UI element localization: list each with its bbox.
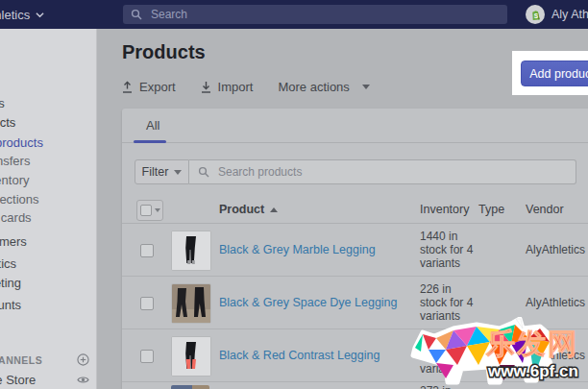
export-label: Export [139, 80, 176, 94]
sidebar-item-orders[interactable]: Orders [0, 94, 97, 113]
shopify-bag-icon: S [529, 9, 542, 21]
store-name: AlyAthletics [0, 8, 30, 22]
more-actions-button[interactable]: More actions [278, 80, 369, 94]
row-checkbox[interactable] [140, 244, 154, 257]
import-button[interactable]: Import [201, 80, 254, 94]
inventory-cell: 1440 in stock for 4 variants [420, 230, 476, 270]
sidebar-item-apps[interactable]: Apps [0, 314, 97, 333]
table-row[interactable]: Black & Grey Marble Legging 1440 in stoc… [122, 224, 588, 277]
sort-asc-icon [270, 207, 278, 212]
caret-down-icon [155, 208, 160, 212]
product-link[interactable]: Black & Grey Marble Legging [219, 243, 376, 256]
caret-down-icon [174, 170, 182, 175]
select-all-dropdown[interactable] [136, 200, 163, 221]
product-link[interactable]: Black & Grey Space Dye Legging [219, 296, 398, 309]
tab-strip: All [122, 109, 588, 143]
inventory-cell: 273 in [420, 384, 452, 389]
user-menu[interactable]: Aly Athletics [551, 0, 588, 29]
product-thumbnail [171, 231, 211, 271]
page-title: Products [122, 41, 206, 63]
sidebar-item-all-products[interactable]: All products [0, 134, 97, 153]
vendor-cell: AlyAthletics [526, 296, 585, 309]
product-search-input[interactable] [216, 164, 547, 180]
table-row[interactable]: 273 in [122, 382, 588, 389]
avatar[interactable]: S [526, 5, 545, 24]
shopify-admin: AlyAthletics S Aly Athletics Home [0, 0, 588, 389]
tab-all[interactable]: All [146, 118, 159, 133]
table-row[interactable]: Black & Grey Space Dye Legging 226 in st… [122, 277, 588, 329]
export-icon [122, 81, 133, 93]
import-label: Import [218, 80, 254, 94]
sidebar-item-transfers[interactable]: Transfers [0, 152, 97, 171]
export-button[interactable]: Export [122, 80, 176, 94]
vendor-cell: AlyAthletics [526, 243, 585, 256]
sidebar-item-inventory[interactable]: Inventory [0, 171, 97, 190]
product-thumbnail [171, 336, 211, 377]
svg-text:S: S [533, 12, 538, 18]
global-search-input[interactable] [149, 7, 470, 22]
top-bar: AlyAthletics S Aly Athletics [0, 0, 588, 29]
search-icon [131, 9, 142, 20]
add-channel-icon[interactable] [77, 353, 89, 366]
caret-down-icon [362, 85, 370, 89]
page-actions: Export Import More actions [122, 79, 395, 94]
row-checkbox[interactable] [140, 350, 154, 363]
filter-row: Filter [135, 159, 576, 184]
sidebar-item-discounts[interactable]: Discounts [0, 296, 97, 315]
search-icon [198, 166, 209, 178]
inventory-cell: 1396 in stock for 4 variants [420, 335, 476, 376]
sidebar-item-home[interactable]: Home [0, 74, 97, 93]
table-header: Product Inventory Type Vendor [122, 197, 588, 224]
sidebar-item-gift-cards[interactable]: Gift cards [0, 208, 97, 228]
column-header-product[interactable]: Product [219, 203, 278, 216]
sidebar-item-customers[interactable]: Customers [0, 232, 97, 252]
sidebar-nav: Home Orders Products All products Transf… [0, 29, 97, 389]
vendor-cell: AlyAthletics [526, 349, 585, 362]
store-switcher[interactable]: AlyAthletics [0, 0, 106, 29]
table-row[interactable]: Black & Red Contrast Legging 1396 in sto… [122, 329, 588, 382]
product-thumbnail [171, 385, 209, 389]
import-icon [201, 81, 211, 93]
products-card: All Filter [122, 109, 588, 389]
select-all-checkbox[interactable] [140, 205, 152, 216]
column-header-vendor[interactable]: Vendor [526, 203, 564, 216]
column-header-inventory[interactable]: Inventory [420, 203, 469, 216]
inventory-cell: 226 in stock for 4 variants [420, 282, 476, 323]
row-checkbox[interactable] [140, 297, 154, 310]
sidebar-item-marketing[interactable]: Marketing [0, 274, 97, 293]
global-search[interactable] [123, 5, 507, 24]
chevron-down-icon [36, 11, 44, 19]
add-product-button[interactable]: Add product [521, 61, 588, 86]
sidebar-item-products[interactable]: Products [0, 113, 97, 133]
filter-button[interactable]: Filter [135, 159, 189, 184]
sidebar-item-collections[interactable]: Collections [0, 190, 97, 209]
sidebar-item-analytics[interactable]: Analytics [0, 255, 97, 274]
product-search[interactable] [189, 159, 576, 184]
product-thumbnail [171, 283, 211, 324]
filter-label: Filter [142, 165, 169, 179]
more-actions-label: More actions [278, 80, 349, 94]
add-product-label: Add product [529, 67, 588, 81]
tab-active-underline [134, 140, 166, 143]
column-header-type[interactable]: Type [478, 203, 504, 216]
view-store-eye-icon[interactable] [77, 374, 89, 386]
product-link[interactable]: Black & Red Contrast Legging [219, 349, 380, 362]
